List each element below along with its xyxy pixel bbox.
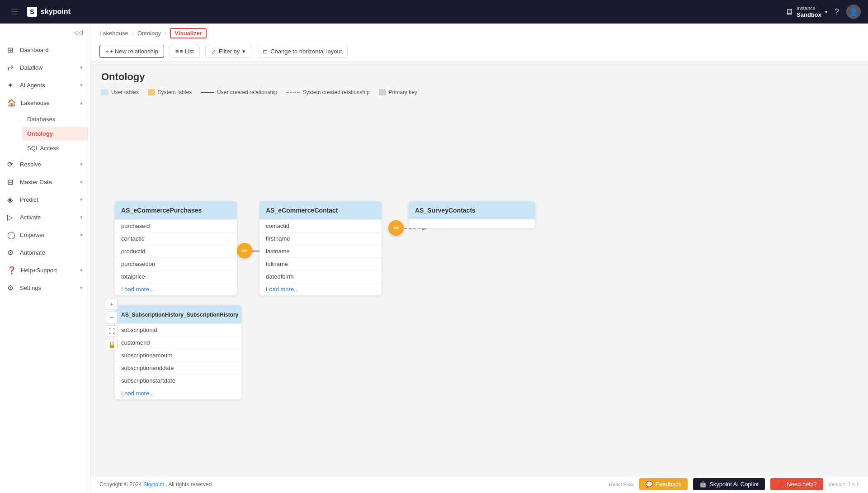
fit-view-btn[interactable]: ⛶ (106, 325, 118, 337)
instance-dropdown-icon[interactable]: ▾ (825, 9, 827, 14)
sidebar-item-automate[interactable]: ⚙ Automate (0, 244, 90, 261)
sidebar-item-label: Dashboard (20, 47, 49, 53)
footer-actions: React Flow 💬 Feedback 🤖 Skypoint AI Copi… (609, 478, 859, 490)
layout-icon: ⊏ (263, 48, 268, 55)
table-row: lastname (259, 245, 382, 257)
automate-icon: ⚙ (7, 248, 15, 257)
table-row: fullname (259, 257, 382, 270)
rights-text: . All rights reserved. (165, 481, 213, 488)
new-relationship-button[interactable]: + + New relationship (99, 45, 164, 58)
sidebar-item-databases[interactable]: Databases (22, 112, 88, 126)
chevron-down-icon: ▾ (80, 197, 83, 203)
load-more-contact[interactable]: Load more... (259, 283, 382, 295)
legend-primary-key-label: Primary key (389, 89, 417, 95)
sidebar-item-dataflow[interactable]: ⇄ Dataflow ▾ (0, 59, 90, 76)
list-button[interactable]: ≡ ≡ List (170, 45, 200, 58)
legend-user-rel-label: User created relationship (217, 89, 277, 95)
breadcrumb-separator: › (132, 30, 134, 37)
legend-user-tables-color (101, 89, 108, 95)
table-body: subscriptionid customerid subscriptionam… (115, 323, 241, 399)
sidebar-item-resolve[interactable]: ⟳ Resolve ▾ (0, 156, 90, 173)
sidebar-collapse-btn[interactable]: ◁◁ (0, 24, 90, 41)
navbar-left: ☰ S skypoint (7, 5, 71, 19)
instance-label: Instance (797, 5, 821, 11)
canvas-area: Ontology User tables System tables User … (90, 62, 868, 473)
footer: Copyright © 2024 Skypoint . All rights r… (90, 475, 868, 493)
sidebar-item-ai-agents[interactable]: ✦ AI Agents ▾ (0, 76, 90, 94)
help-button[interactable]: ? (835, 7, 839, 17)
edit-relationship-btn-1[interactable]: ✏ (237, 243, 252, 258)
instance-name: Sandbox (797, 11, 821, 19)
sidebar-item-settings[interactable]: ⚙ Settings ▾ (0, 279, 90, 297)
sidebar-item-help-support[interactable]: ❓ Help+Support ▾ (0, 261, 90, 279)
ai-agents-icon: ✦ (7, 81, 15, 90)
breadcrumb-lakehouse[interactable]: Lakehouse (99, 30, 128, 37)
filter-by-button[interactable]: ⊿ Filter by ▾ (205, 45, 251, 58)
copilot-button[interactable]: 🤖 Skypoint AI Copilot (693, 478, 765, 490)
sidebar-item-activate[interactable]: ▷ Activate ▾ (0, 209, 90, 226)
sidebar-item-label: Activate (20, 214, 41, 221)
legend-system-tables-label: System tables (158, 89, 192, 95)
load-more-subscription[interactable]: Load more... (115, 387, 241, 399)
help-icon: ❓ (777, 481, 784, 488)
layout-label: Change to horizontal layout (270, 48, 342, 55)
sidebar-item-ontology[interactable]: Ontology (22, 127, 88, 141)
settings-icon: ⚙ (7, 284, 15, 292)
sidebar-item-label: Settings (20, 284, 41, 291)
table-row: productid (115, 245, 237, 257)
predict-icon: ◈ (7, 195, 15, 204)
load-more-purchases[interactable]: Load more... (115, 283, 237, 295)
help-button[interactable]: ❓ Need help? (770, 478, 823, 490)
sidebar-item-predict[interactable]: ◈ Predict ▾ (0, 191, 90, 209)
sidebar-item-label: Automate (20, 249, 45, 256)
legend-user-tables: User tables (101, 89, 139, 95)
breadcrumb-ontology[interactable]: Ontology (137, 30, 161, 37)
sidebar-item-master-data[interactable]: ⊟ Master Data ▾ (0, 173, 90, 191)
empower-icon: ◯ (7, 231, 15, 239)
menu-toggle[interactable]: ☰ (7, 5, 22, 19)
feedback-button[interactable]: 💬 Feedback (639, 478, 688, 490)
chevron-down-icon: ▾ (80, 179, 83, 185)
company-link[interactable]: Skypoint (143, 481, 164, 488)
legend-system-relationship: System created relationship (286, 89, 369, 95)
edit-relationship-btn-2[interactable]: ✏ (388, 220, 404, 236)
sidebar-item-label: Predict (20, 196, 38, 203)
sidebar-item-lakehouse[interactable]: 🏠 Lakehouse ▴ (0, 94, 90, 112)
table-title: AS_SubscriptionHistory_SubscriptionHisto… (121, 312, 238, 318)
collapse-icon: ◁◁ (74, 29, 83, 36)
filter-label: Filter by (219, 48, 240, 55)
table-body: purchaseid contactid productid purchased… (115, 219, 237, 295)
sidebar-item-empower[interactable]: ◯ Empower ▾ (0, 226, 90, 244)
instance-info[interactable]: 🖥 Instance Sandbox ▾ (785, 5, 827, 19)
user-avatar[interactable]: 👤 (846, 5, 861, 19)
zoom-out-btn[interactable]: − (106, 312, 118, 323)
resolve-icon: ⟳ (7, 160, 15, 169)
layout-button[interactable]: ⊏ Change to horizontal layout (257, 45, 348, 58)
table-row: dateofbirth (259, 270, 382, 283)
chevron-down-icon: ▾ (80, 214, 83, 220)
dashboard-icon: ⊞ (7, 46, 15, 54)
toolbar-area: Lakehouse › Ontology › Visualizer + + Ne… (90, 24, 868, 62)
sidebar: ◁◁ ⊞ Dashboard ⇄ Dataflow ▾ ✦ AI Agents … (0, 24, 90, 493)
sidebar-item-dashboard[interactable]: ⊞ Dashboard (0, 41, 90, 59)
table-survey-contacts: AS_SurveyContacts (409, 201, 535, 228)
sidebar-item-label: Lakehouse (21, 100, 50, 106)
zoom-in-btn[interactable]: + (106, 298, 118, 310)
chevron-down-icon: ▾ (80, 65, 83, 71)
sidebar-item-label: Resolve (20, 161, 41, 168)
plus-icon: + (105, 48, 109, 55)
legend-primary-key-box (379, 89, 386, 95)
breadcrumb-separator: › (165, 30, 166, 37)
sidebar-item-label: Empower (20, 232, 45, 238)
new-relationship-label: + New relationship (110, 48, 158, 55)
breadcrumb-visualizer[interactable]: Visualizer (170, 28, 206, 38)
copilot-label: Skypoint AI Copilot (709, 481, 759, 488)
legend-system-rel-label: System created relationship (302, 89, 369, 95)
table-row: subscriptionstartdate (115, 374, 241, 387)
lock-btn[interactable]: 🔒 (106, 339, 118, 351)
table-body (409, 219, 535, 228)
help-label: Need help? (787, 481, 817, 488)
chevron-up-icon: ▴ (80, 100, 83, 106)
table-row: subscriptionamount (115, 349, 241, 361)
sidebar-item-sql-access[interactable]: SQL Access (22, 141, 88, 155)
